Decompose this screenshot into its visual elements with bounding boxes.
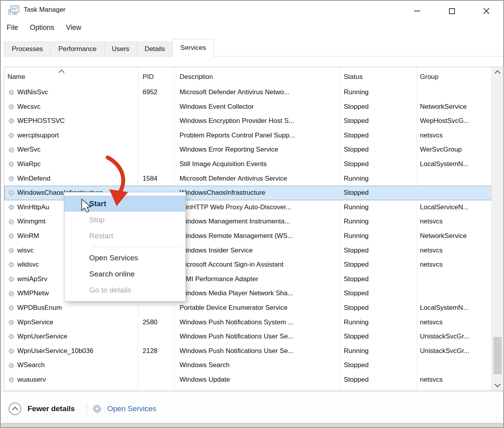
context-menu-item-stop[interactable]: Stop [64, 212, 185, 228]
table-row[interactable]: WerSvcWindows Error Reporting ServiceSto… [4, 143, 492, 157]
column-header-description[interactable]: Description [180, 67, 213, 84]
column-header-group[interactable]: Group [420, 67, 438, 84]
service-gear-icon [8, 362, 15, 369]
table-row[interactable]: wuauservWindows UpdateStoppednetsvcs [4, 373, 492, 387]
cell-group: netsvcs [420, 243, 491, 258]
cell-description: Windows Push Notifications User Se... [180, 329, 339, 344]
column-header-name[interactable]: Name [7, 67, 25, 84]
cell-group: WerSvcGroup [420, 143, 491, 157]
column-header-pid[interactable]: PID [143, 67, 154, 84]
cell-status: Stopped [344, 100, 416, 114]
table-row[interactable]: WpnService2580Windows Push Notifications… [4, 315, 492, 330]
table-row[interactable]: wercplsupportProblem Reports Control Pan… [4, 128, 492, 143]
column-header-status[interactable]: Status [344, 67, 363, 84]
cell-status: Stopped [344, 329, 416, 344]
cell-group: LocalSystemN... [420, 157, 491, 172]
service-gear-icon [8, 291, 15, 297]
menu-item-options[interactable]: Options [30, 24, 54, 32]
cell-pid [143, 301, 173, 315]
scrollbar-thumb[interactable] [493, 337, 502, 374]
table-row[interactable]: WecsvcWindows Event CollectorStoppedNetw… [4, 100, 492, 114]
cell-description: Windows Search [180, 358, 339, 373]
footer-divider [86, 403, 87, 414]
table-row[interactable]: WSearchWindows SearchStopped [4, 358, 492, 373]
tab-strip: ProcessesPerformanceUsersDetailsServices [4, 39, 503, 57]
cell-group [420, 85, 491, 100]
close-icon [483, 7, 490, 15]
cell-description: WinHTTP Web Proxy Auto-Discover... [180, 200, 339, 215]
service-gear-icon [8, 161, 15, 167]
cell-description: WMI Performance Adapter [180, 272, 339, 287]
cell-name: WSearch [8, 358, 137, 373]
open-services-link[interactable]: Open Services [107, 404, 156, 413]
context-menu-item-start[interactable]: Start [64, 196, 185, 212]
table-row[interactable]: WinDefend1584Microsoft Defender Antiviru… [4, 172, 492, 186]
cell-group: NetworkService [420, 100, 491, 114]
fewer-details-label[interactable]: Fewer details [27, 404, 75, 413]
service-name-label: WerSvc [17, 143, 40, 157]
cell-group: netsvcs [420, 128, 491, 143]
minimize-button[interactable] [408, 1, 427, 21]
scroll-up-button[interactable] [492, 68, 503, 78]
service-name-label: WSearch [17, 358, 45, 373]
cell-status: Stopped [344, 186, 416, 200]
cell-group [420, 358, 491, 373]
cell-status: Running [344, 214, 416, 229]
sort-ascending-icon [59, 69, 64, 76]
service-name-label: wlidsvc [17, 258, 39, 272]
cell-name: WiaRpc [8, 157, 137, 172]
cell-status: Stopped [344, 143, 416, 157]
maximize-button[interactable] [442, 1, 461, 21]
service-name-label: WinDefend [17, 172, 50, 186]
cell-description: Windows Remote Management (WS... [180, 229, 339, 243]
cell-name: WpnUserService_10b036 [8, 344, 137, 358]
service-name-label: Winmgmt [17, 214, 46, 229]
menu-bar: FileOptionsView [7, 24, 81, 32]
table-row[interactable]: WpnUserService_10b0362128Windows Push No… [4, 344, 492, 358]
tab-performance[interactable]: Performance [50, 42, 104, 56]
cell-name: Wecsvc [8, 100, 137, 114]
context-menu-item-search-online[interactable]: Search online [64, 266, 185, 282]
service-name-label: wuauserv [17, 373, 46, 387]
cell-pid [143, 157, 173, 172]
context-menu-item-open-services[interactable]: Open Services [64, 250, 185, 266]
context-menu-item-go-to-details[interactable]: Go to details [64, 282, 185, 298]
context-menu-item-restart[interactable]: Restart [64, 228, 185, 244]
tab-users[interactable]: Users [104, 42, 137, 56]
service-name-label: WpnUserService_10b036 [17, 344, 93, 358]
table-row[interactable]: WdNisSvc6952Microsoft Defender Antivirus… [4, 85, 492, 100]
service-name-label: WiaRpc [17, 157, 41, 172]
scroll-down-button[interactable] [492, 380, 503, 390]
table-row[interactable]: WPDBusEnumPortable Device Enumerator Ser… [4, 301, 492, 315]
cell-name: WdNisSvc [8, 85, 137, 100]
cell-group: netsvcs [420, 315, 491, 330]
cell-group: WepHostSvcG... [420, 114, 491, 128]
cell-description: Windows Encryption Provider Host S... [180, 114, 339, 128]
service-name-label: wercplsupport [17, 128, 59, 143]
menu-item-file[interactable]: File [7, 24, 18, 32]
cell-description: Windows Push Notifications User Se... [180, 344, 339, 358]
cell-status: Running [344, 85, 416, 100]
cell-status: Stopped [344, 358, 416, 373]
tab-services[interactable]: Services [172, 39, 214, 57]
footer-bar: Fewer details Open Services [1, 391, 503, 425]
table-row[interactable]: WpnUserServiceWindows Push Notifications… [4, 329, 492, 344]
table-row[interactable]: WiaRpcStill Image Acquisition EventsStop… [4, 157, 492, 172]
cell-name: WpnService [8, 315, 137, 330]
fewer-details-toggle[interactable] [9, 402, 21, 415]
service-name-label: WPDBusEnum [17, 301, 62, 315]
cell-description: Windows Media Player Network Sha... [180, 286, 339, 301]
cell-pid [143, 128, 173, 143]
table-row[interactable]: WEPHOSTSVCWindows Encryption Provider Ho… [4, 114, 492, 128]
cell-group [420, 272, 491, 287]
window-bottom-edge [1, 423, 503, 427]
cell-group: UnistackSvcGr... [420, 344, 491, 358]
menu-item-view[interactable]: View [66, 24, 81, 32]
tab-processes[interactable]: Processes [4, 42, 51, 56]
context-menu: StartStopRestartOpen ServicesSearch onli… [64, 192, 186, 302]
cell-status: Stopped [344, 286, 416, 301]
vertical-scrollbar[interactable] [491, 67, 503, 391]
tab-details[interactable]: Details [137, 42, 173, 56]
cell-status: Stopped [344, 128, 416, 143]
close-button[interactable] [477, 1, 496, 21]
